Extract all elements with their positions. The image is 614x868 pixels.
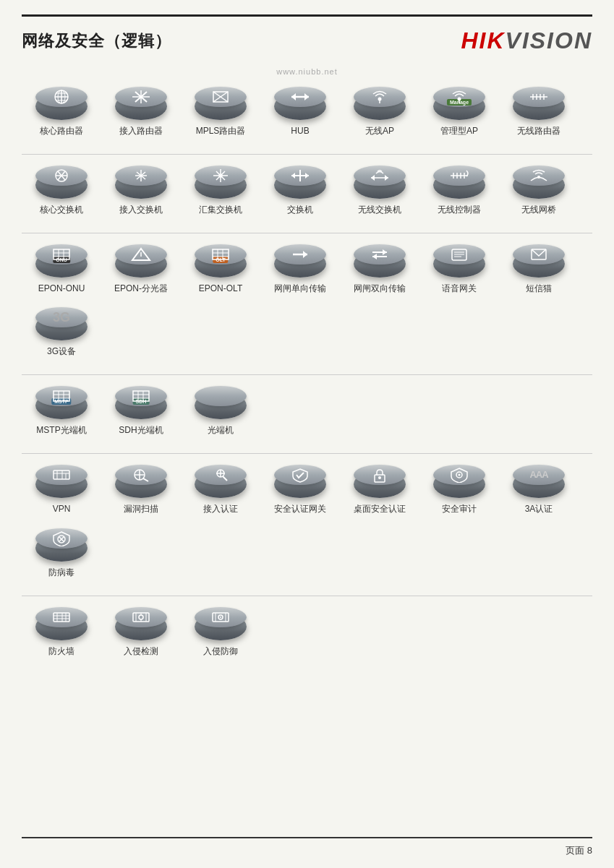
section-divider	[22, 154, 592, 155]
sms-modem-icon	[527, 246, 550, 262]
icon-disk	[115, 465, 167, 499]
icon-disk	[513, 244, 565, 279]
list-item: 无线控制器	[419, 166, 499, 216]
icon-label: VPN	[53, 503, 71, 515]
icon-label: 管理型AP	[440, 125, 478, 137]
icon-disk: 3G	[35, 307, 88, 342]
list-item: 安全认证网关	[260, 465, 340, 515]
svg-marker-72	[383, 249, 387, 255]
list-item: 接入认证	[181, 465, 260, 515]
disk-top: AAA	[513, 465, 565, 485]
svg-line-29	[58, 176, 61, 180]
icon-disk	[354, 244, 406, 279]
list-item: VPN	[22, 465, 101, 515]
disk-top	[274, 166, 326, 186]
icon-label: SDH光端机	[119, 424, 163, 437]
list-item: 核心路由器	[22, 87, 101, 137]
list-item: 入侵检测	[101, 607, 181, 658]
svg-rect-80	[54, 391, 69, 401]
disk-top	[354, 465, 406, 485]
svg-rect-64	[213, 249, 229, 259]
disk-top	[35, 166, 88, 186]
svg-rect-85	[133, 391, 149, 401]
svg-marker-47	[291, 173, 295, 179]
list-item: SDH SDH光端机	[101, 386, 181, 437]
epon-olt-icon	[209, 246, 232, 262]
svg-line-28	[61, 171, 65, 176]
icon-disk: AAA	[513, 465, 565, 499]
list-item: AAA 3A认证	[499, 465, 579, 515]
disk-top	[433, 166, 485, 186]
antivirus-icon	[50, 530, 73, 546]
list-item: 光端机	[181, 386, 260, 437]
svg-rect-90	[54, 470, 69, 479]
disk-top	[274, 244, 326, 265]
disk-top	[115, 465, 167, 485]
svg-marker-74	[372, 254, 377, 259]
icon-disk	[433, 465, 485, 499]
list-item: 防火墙	[22, 607, 101, 658]
list-item: 漏洞扫描	[101, 465, 181, 515]
logo: HIKVISION	[461, 27, 592, 54]
icon-disk	[274, 87, 326, 121]
icon-disk: MSTP	[35, 386, 88, 421]
icon-disk	[35, 465, 88, 499]
icon-label: 无线网桥	[521, 204, 556, 216]
icon-label: EPON-ONU	[38, 283, 85, 295]
section-divider	[22, 596, 592, 596]
mpls-router-icon	[209, 89, 232, 105]
icon-disk	[274, 465, 326, 499]
icon-disk	[195, 87, 247, 121]
svg-line-30	[61, 176, 65, 180]
icon-label: 交换机	[287, 204, 313, 216]
core-router-icon	[50, 89, 73, 105]
disk-top	[354, 166, 406, 186]
icon-label: 网闸双向传输	[354, 283, 406, 295]
disk-top	[115, 244, 167, 265]
svg-line-27	[58, 171, 61, 176]
switch-icon	[289, 168, 312, 184]
list-item: 防病毒	[22, 528, 101, 579]
icon-disk: Manage	[433, 87, 485, 121]
list-item: 网闸单向传输	[260, 244, 340, 295]
page-number: 页面 8	[566, 844, 592, 857]
icon-disk	[354, 465, 406, 499]
svg-line-96	[143, 478, 148, 481]
disk-top	[195, 87, 247, 107]
icon-label: 安全审计	[442, 503, 477, 515]
list-item: OLT EPON-OLT	[181, 244, 260, 295]
icon-disk	[513, 166, 565, 200]
list-item: 接入交换机	[101, 166, 181, 216]
icon-disk: ONU	[35, 244, 88, 279]
icon-label: 无线路由器	[517, 125, 560, 137]
icon-disk	[354, 87, 406, 121]
section-divider	[22, 374, 592, 375]
sec-audit-icon	[448, 467, 471, 483]
icon-disk: SDH	[115, 386, 167, 421]
disk-top	[513, 166, 565, 186]
wireless-router-icon	[527, 89, 550, 105]
svg-point-106	[459, 473, 461, 476]
icon-label: 接入路由器	[119, 125, 163, 137]
disk-top	[274, 465, 326, 485]
section-divider	[22, 233, 592, 233]
list-item: MSTP MSTP光端机	[22, 386, 101, 437]
icon-label: 安全认证网关	[274, 503, 326, 515]
wireless-bridge-icon	[527, 168, 550, 184]
sdh-oe-icon	[129, 388, 153, 404]
vpn-icon	[50, 467, 73, 483]
disk-top	[274, 87, 326, 107]
disk-top	[115, 607, 167, 627]
icon-disk	[115, 244, 167, 279]
row-switches: 核心交换机 接入交换机	[22, 166, 592, 229]
icon-disk	[195, 465, 247, 499]
list-item: 3G 3G设备	[22, 307, 101, 358]
svg-point-43	[218, 173, 223, 178]
row-routers: 核心路由器 接入路由器	[22, 87, 592, 150]
list-item: 无线网桥	[499, 166, 579, 216]
access-auth-icon	[209, 467, 232, 483]
svg-marker-49	[385, 175, 388, 181]
disk-top	[115, 166, 167, 186]
disk-top	[195, 607, 247, 627]
wireless-switch-icon	[368, 168, 391, 184]
